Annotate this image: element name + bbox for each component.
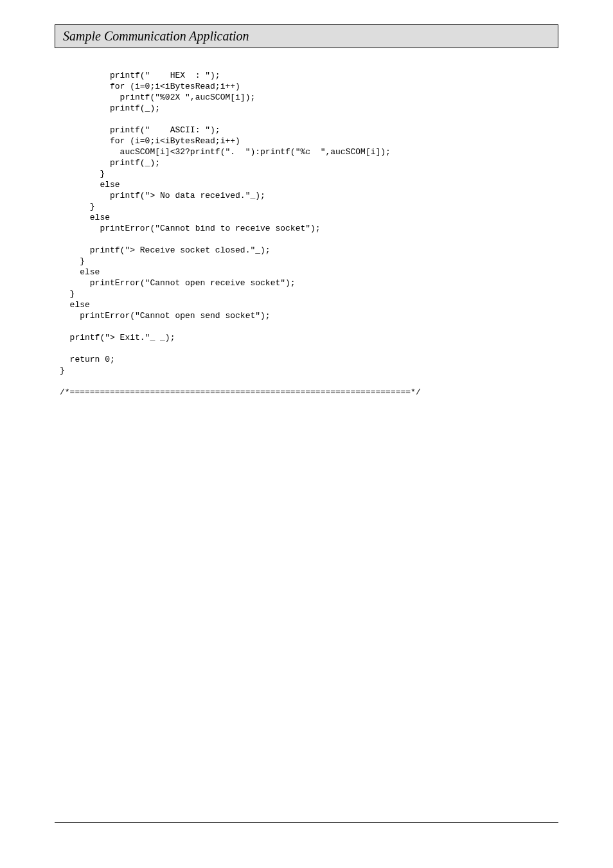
- footer-divider: [55, 822, 558, 823]
- page-header: Sample Communication Application: [55, 24, 558, 48]
- code-listing: printf(" HEX : "); for (i=0;i<iBytesRead…: [60, 70, 558, 398]
- page-container: Sample Communication Application printf(…: [0, 0, 613, 868]
- header-title: Sample Communication Application: [63, 29, 249, 43]
